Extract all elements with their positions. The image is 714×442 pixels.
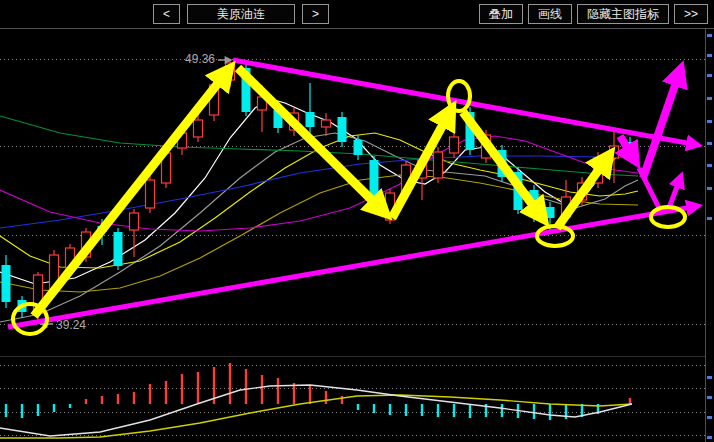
axis-tick-fragment xyxy=(707,54,712,57)
yellow-ellipse xyxy=(448,81,470,111)
axis-tick-fragment xyxy=(707,436,712,439)
next-symbol-button[interactable]: > xyxy=(302,4,329,24)
axis-tick-fragment xyxy=(707,74,712,77)
macd-group xyxy=(0,363,632,438)
prev-symbol-button[interactable]: < xyxy=(153,4,180,24)
symbol-switcher: < 美原油连 > xyxy=(153,4,329,24)
svg-text:49.36: 49.36 xyxy=(185,52,215,66)
yellow-arrow xyxy=(34,68,230,316)
gridlines xyxy=(0,60,705,436)
axis-tick-fragment xyxy=(707,142,712,145)
dea-line xyxy=(0,395,632,438)
app-root: 49.3639.24 < 美原油连 > 叠加 画线 隐藏主图指标 >> xyxy=(0,0,714,442)
dif-line xyxy=(0,385,632,436)
draw-line-button[interactable]: 画线 xyxy=(528,4,572,24)
axis-tick-fragment xyxy=(707,187,712,190)
ma-white xyxy=(0,99,638,284)
axis-tick-fragment xyxy=(707,120,712,123)
symbol-button[interactable]: 美原油连 xyxy=(187,4,295,24)
drawing-annotations[interactable] xyxy=(8,60,698,334)
axis-tick-fragment xyxy=(707,396,712,399)
axis-tick-fragment xyxy=(707,217,712,220)
candlestick-chart[interactable]: 49.3639.24 xyxy=(0,0,714,442)
more-tools-button[interactable]: >> xyxy=(674,4,708,24)
toolbar: < 美原油连 > 叠加 画线 隐藏主图指标 >> xyxy=(0,0,714,29)
magenta-arrow xyxy=(643,68,681,178)
right-axis-strip xyxy=(706,29,714,442)
axis-tick-fragment xyxy=(707,416,712,419)
axis-tick-fragment xyxy=(707,164,712,167)
magenta-arrow xyxy=(669,176,681,208)
hide-main-indicators-button[interactable]: 隐藏主图指标 xyxy=(577,4,669,24)
axis-tick-fragment xyxy=(707,376,712,379)
candles-group xyxy=(2,60,635,322)
yellow-arrow xyxy=(463,112,544,220)
overlay-button[interactable]: 叠加 xyxy=(479,4,523,24)
axis-tick-fragment xyxy=(707,97,712,100)
axis-tick-fragment xyxy=(707,34,712,37)
chart-tools: 叠加 画线 隐藏主图指标 >> xyxy=(479,4,708,24)
